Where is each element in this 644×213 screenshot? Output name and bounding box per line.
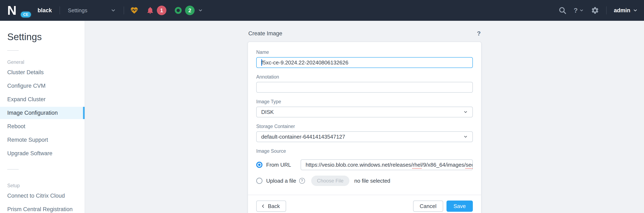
nav-status-area: 1 2 [124,6,203,15]
create-image-form: Name f5xc-ce-9.2024.22-20240806132626 An… [248,42,481,195]
back-button-label: Back [268,203,280,209]
sidebar-divider [7,50,19,51]
url-segment-misspelled: rhel [413,162,422,168]
sidebar-item-reboot[interactable]: Reboot [0,120,85,133]
name-input-value: f5xc-ce-9.2024.22-20240806132626 [262,59,348,66]
chevron-down-icon [110,8,116,13]
user-name: admin [614,7,630,14]
name-input[interactable]: f5xc-ce-9.2024.22-20240806132626 [256,57,473,68]
chevron-down-icon [463,134,468,139]
sidebar-item-remote-support[interactable]: Remote Support [0,134,85,146]
sidebar-title: Settings [7,31,85,42]
sidebar-item-expand-cluster[interactable]: Expand Cluster [0,93,85,106]
sidebar-item-image-configuration[interactable]: Image Configuration [0,107,85,119]
main-nav-dropdown[interactable]: Settings [68,7,116,14]
search-icon[interactable] [558,6,566,15]
from-url-radio[interactable] [256,162,262,168]
alerts-count-badge[interactable]: 1 [157,6,166,15]
nav-divider [60,7,60,14]
sidebar-divider [7,169,19,169]
image-url-input[interactable]: https://vesio.blob.core.windows.net/rele… [301,159,473,170]
top-navbar: N CE black Settings 1 2 ? [0,0,644,21]
annotation-label: Annotation [256,74,473,80]
gear-icon[interactable] [591,6,599,15]
storage-container-label: Storage Container [256,124,473,129]
annotation-input[interactable] [256,82,473,93]
upload-file-label: Upload a file [266,178,296,184]
image-type-label: Image Type [256,99,473,105]
save-button[interactable]: Save [446,200,473,212]
health-heart-icon[interactable] [130,6,138,15]
settings-sidebar: Settings General Cluster Details Configu… [0,21,85,213]
sidebar-item-connect-to-citrix-cloud[interactable]: Connect to Citrix Cloud [0,190,85,202]
dialog-help-icon[interactable]: ? [477,30,481,37]
file-status-text: no file selected [354,178,390,184]
dialog-header: Create Image ? [248,30,482,37]
alerts-bell-icon[interactable] [146,6,154,15]
nutanix-logo[interactable]: N CE [7,3,24,18]
upload-file-row: Upload a file ? Choose File no file sele… [256,176,473,186]
from-url-label: From URL [266,162,291,168]
url-segment: /9/x86_64/images/ [422,162,466,168]
sidebar-item-configure-cvm[interactable]: Configure CVM [0,80,85,92]
create-image-card: Name f5xc-ce-9.2024.22-20240806132626 An… [248,42,482,213]
url-segment: https://vesio.blob.core.windows.net/rele… [306,162,413,168]
chevron-down-icon[interactable] [198,8,203,13]
chevron-down-icon [463,110,468,114]
sidebar-section-general: General [7,59,85,65]
ce-edition-badge: CE [21,12,31,18]
user-menu[interactable]: admin [614,7,638,14]
name-label: Name [256,50,473,55]
footer-actions: Cancel Save [413,200,473,212]
main-content: Create Image ? Name f5xc-ce-9.2024.22-20… [85,21,644,213]
sidebar-item-prism-central-registration[interactable]: Prism Central Registration [0,203,85,213]
question-mark-icon: ? [574,7,578,14]
cluster-name[interactable]: black [38,7,52,14]
image-type-selected-value: DISK [261,109,274,115]
sidebar-item-upgrade-software[interactable]: Upgrade Software [0,147,85,160]
upload-help-icon[interactable]: ? [299,178,305,184]
from-url-row: From URL https://vesio.blob.core.windows… [256,159,473,170]
sidebar-item-cluster-details[interactable]: Cluster Details [0,66,85,79]
nav-right-area: ? admin [558,6,638,15]
storage-container-selected-value: default-container-64414143547127 [261,134,345,140]
upload-file-radio[interactable] [256,178,262,184]
choose-file-button[interactable]: Choose File [311,176,350,186]
back-button[interactable]: Back [256,200,286,212]
url-segment-misspelled: securer [466,162,473,168]
nav-divider [606,7,607,14]
image-source-label: Image Source [256,148,473,154]
chevron-left-icon [261,204,265,208]
cancel-button[interactable]: Cancel [413,200,443,212]
tasks-ring-icon[interactable] [174,6,182,15]
tasks-count-badge[interactable]: 2 [185,6,194,15]
create-image-dialog: Create Image ? Name f5xc-ce-9.2024.22-20… [248,21,482,213]
chevron-down-icon [579,8,584,13]
main-nav-dropdown-label: Settings [68,7,87,14]
chevron-down-icon [633,8,638,13]
dialog-footer: Back Cancel Save [248,195,481,213]
help-menu[interactable]: ? [574,7,584,14]
image-type-select[interactable]: DISK [256,107,473,117]
dialog-title: Create Image [248,30,282,37]
sidebar-section-setup: Setup [7,183,85,188]
storage-container-select[interactable]: default-container-64414143547127 [256,131,473,142]
